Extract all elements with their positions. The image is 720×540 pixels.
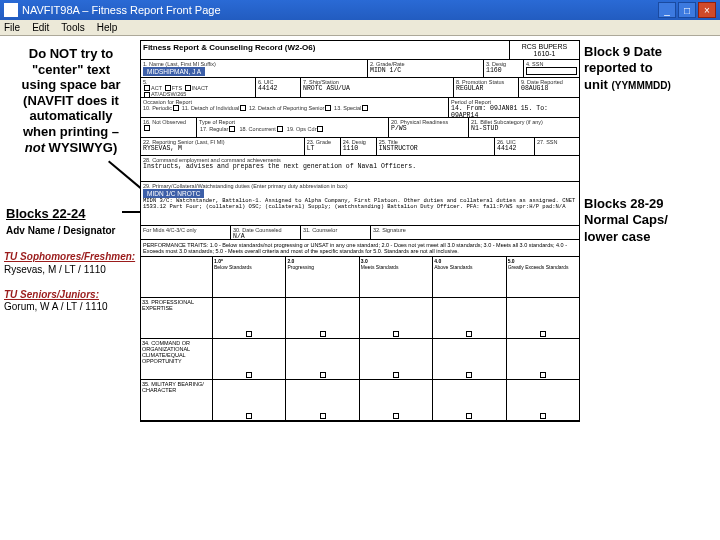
annotation-block9: Block 9 Date reported to unit (YYMMMDD) (584, 44, 714, 93)
menu-edit[interactable]: Edit (32, 22, 49, 33)
annotation-center-warning: Do NOT try to "center" text using space … (6, 46, 136, 155)
act-checkbox[interactable] (144, 85, 150, 91)
trait-33: 33. PROFESSIONAL EXPERTISE (141, 298, 213, 338)
trait-35: 35. MILITARY BEARING/ CHARACTER (141, 380, 213, 420)
close-button[interactable]: × (698, 2, 716, 18)
billet-field[interactable]: N1-STUD (471, 125, 577, 132)
station-field[interactable]: NROTC ASU/UA (303, 85, 451, 92)
uic-field[interactable]: 44142 (258, 85, 298, 92)
form-version: RCS BUPERS 1610-1 (509, 41, 579, 59)
grade-field[interactable]: MIDN 1/C (370, 67, 481, 74)
name-field[interactable]: MIDSHIPMAN, J A (143, 67, 205, 76)
form-title: Fitness Report & Counseling Record (W2-O… (141, 41, 509, 59)
annotation-blocks22-24: Blocks 22-24 Adv Name / Designator (6, 206, 136, 237)
titlebar: NAVFIT98A – Fitness Report Front Page _ … (0, 0, 720, 20)
fitrep-form: Fitness Report & Counseling Record (W2-O… (140, 40, 580, 422)
block29-text[interactable]: MIDN 3/C: Watchstander, Battalion-1. Ass… (143, 198, 577, 211)
app-icon (4, 3, 18, 17)
period-from[interactable]: 14. From: 09JAN01 (451, 105, 517, 112)
menubar: File Edit Tools Help (0, 20, 720, 36)
reporting-senior-field[interactable]: RYSEVAS, M (143, 145, 302, 152)
maximize-button[interactable]: □ (678, 2, 696, 18)
phys-field[interactable]: P/WS (391, 125, 466, 132)
minimize-button[interactable]: _ (658, 2, 676, 18)
menu-tools[interactable]: Tools (61, 22, 84, 33)
periodic-checkbox[interactable] (173, 105, 179, 111)
block28-text[interactable]: Instructs, advises and prepares the next… (143, 163, 577, 170)
annotation-blocks28-29: Blocks 28-29 Normal Caps/ lower case (584, 196, 714, 245)
date-reported-field[interactable]: 08AUG18 (521, 85, 577, 92)
promo-field[interactable]: REGULAR (456, 85, 516, 92)
menu-file[interactable]: File (4, 22, 20, 33)
trait-34: 34. COMMAND OR ORGANIZATIONAL CLIMATE/EQ… (141, 339, 213, 379)
title-text: NAVFIT98A – Fitness Report Front Page (22, 4, 658, 16)
menu-help[interactable]: Help (97, 22, 118, 33)
annotation-advisor-list: TU Sophomores/Freshmen: Rysevas, M / LT … (4, 251, 144, 314)
performance-header: PERFORMANCE TRAITS: 1.0 - Below standard… (141, 240, 579, 257)
desig-field[interactable]: 1160 (486, 67, 521, 74)
ssn-field[interactable] (526, 67, 577, 75)
other-checkbox[interactable] (144, 92, 150, 98)
not-observed-checkbox[interactable] (144, 125, 150, 131)
